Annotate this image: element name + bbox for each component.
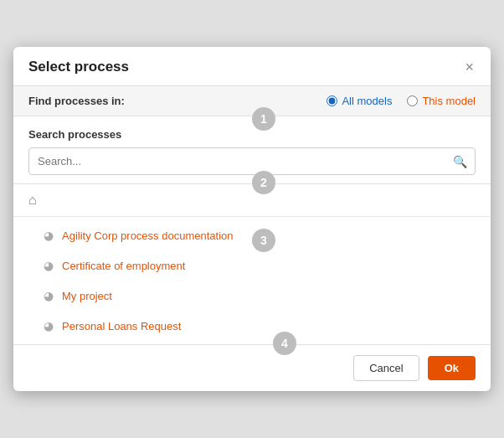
radio-group: All models This model <box>327 95 476 107</box>
radio-this-model-input[interactable] <box>407 95 418 106</box>
cancel-button[interactable]: Cancel <box>353 355 419 381</box>
process-label: Personal Loans Request <box>62 320 181 332</box>
process-icon: ◕ <box>44 289 54 302</box>
radio-this-model-label: This model <box>422 95 476 107</box>
breadcrumb-bar: ⌂ <box>13 184 491 217</box>
list-item[interactable]: ◕ Agility Corp process documentation <box>13 220 491 250</box>
ok-button[interactable]: Ok <box>428 356 476 380</box>
search-icon: 🔍 <box>453 155 467 168</box>
modal-header: Select process × <box>13 47 491 86</box>
list-item[interactable]: ◕ My project <box>13 281 491 311</box>
process-label: My project <box>62 290 112 302</box>
filter-bar: Find processes in: All models This model <box>13 86 491 116</box>
search-label: Search processes <box>28 128 476 141</box>
radio-all-models-label: All models <box>342 95 392 107</box>
radio-all-models[interactable]: All models <box>327 95 392 107</box>
list-item[interactable]: ◕ Certificate of employment <box>13 250 491 281</box>
radio-this-model[interactable]: This model <box>407 95 476 107</box>
process-label: Certificate of employment <box>62 260 185 272</box>
filter-label: Find processes in: <box>28 95 125 107</box>
process-icon: ◕ <box>44 259 54 272</box>
radio-all-models-input[interactable] <box>327 95 337 106</box>
search-section: Search processes 🔍 <box>13 116 491 184</box>
process-list: ◕ Agility Corp process documentation ◕ C… <box>13 217 491 344</box>
modal-title: Select process <box>28 59 129 75</box>
select-process-modal: Select process × Find processes in: All … <box>13 47 491 391</box>
modal-footer: Cancel Ok <box>13 344 491 391</box>
home-icon: ⌂ <box>28 193 37 208</box>
process-label: Agility Corp process documentation <box>62 229 234 242</box>
process-icon: ◕ <box>44 319 54 332</box>
search-input-wrapper: 🔍 <box>28 147 476 175</box>
close-button[interactable]: × <box>463 59 476 75</box>
search-input[interactable] <box>28 147 476 175</box>
process-icon: ◕ <box>44 229 54 242</box>
list-item[interactable]: ◕ Personal Loans Request <box>13 311 491 341</box>
